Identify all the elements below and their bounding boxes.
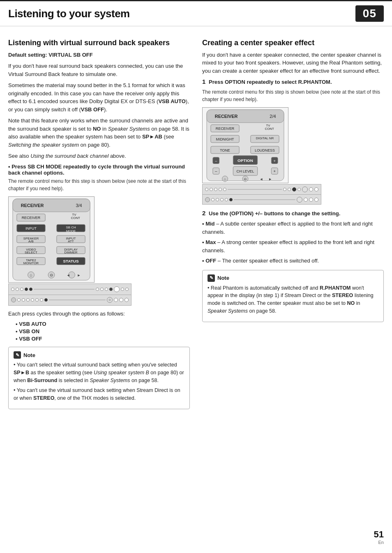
panel-circle	[22, 298, 25, 302]
para2: Sometimes the material may sound better …	[8, 81, 190, 113]
para4: See also Using the surround back channel…	[8, 152, 190, 160]
svg-text:►: ►	[268, 177, 272, 181]
panel-circle	[26, 298, 30, 302]
note-label-left: Note	[23, 352, 35, 358]
panel-bar-4	[202, 195, 321, 205]
note-icon-right: ✎	[208, 274, 215, 282]
panel-line	[49, 300, 106, 300]
panel-circle	[17, 298, 21, 302]
para1: If you don't have real surround back spe…	[8, 62, 190, 78]
panel-circle	[40, 298, 43, 302]
panel-knob	[107, 297, 113, 303]
panel-circle	[205, 188, 208, 191]
chapter-number: 05	[355, 5, 384, 22]
bullet2-title: Press SB CH MODE repeatedly to cycle thr…	[8, 164, 190, 176]
svg-text:+: +	[273, 169, 276, 173]
svg-text:MODE: MODE	[66, 229, 76, 233]
step2-number: 2	[202, 210, 205, 217]
right-column: Creating a center speaker effect If you …	[202, 39, 384, 414]
panel-circle	[283, 188, 286, 191]
panel-circle-large	[114, 286, 120, 292]
panel-circle-filled	[25, 288, 28, 291]
panel-circle	[225, 198, 228, 201]
svg-text:RECEIVER: RECEIVER	[216, 127, 235, 131]
svg-text:⌂: ⌂	[224, 177, 226, 181]
svg-text:◄: ◄	[260, 177, 263, 181]
panel-line	[34, 289, 95, 290]
panel-circle-filled	[229, 198, 233, 201]
svg-text:⊖: ⊖	[50, 273, 53, 277]
svg-text:CONT: CONT	[265, 127, 274, 131]
panel-circle	[20, 288, 23, 291]
default-setting: Default setting: VIRTUAL SB OFF	[8, 51, 190, 59]
svg-text:STATUS: STATUS	[63, 259, 78, 263]
panel-circle	[304, 198, 308, 202]
svg-text:–: –	[215, 169, 217, 173]
svg-text:◄: ◄	[67, 273, 70, 277]
svg-text:RECEIVER: RECEIVER	[215, 114, 238, 119]
panel-circle	[211, 198, 214, 201]
note-item-2: You can't use the virtual surround back …	[14, 387, 184, 402]
right-section-title: Creating a center speaker effect	[202, 39, 384, 48]
panel-circle	[216, 198, 219, 201]
panel-circle	[105, 288, 108, 291]
step2-text: Use the (OPTION) +/– buttons to change t…	[209, 210, 340, 217]
step1-sub: The remote control menu for this step is…	[202, 88, 384, 103]
svg-text:OPTION: OPTION	[238, 158, 253, 163]
svg-text:TV: TV	[266, 124, 270, 127]
panel-circle	[205, 197, 210, 202]
svg-text:CH LEVEL: CH LEVEL	[237, 169, 254, 173]
step-1: 1 Press OPTION repeatedly to select R.PH…	[202, 78, 384, 85]
note-icon-left: ✎	[14, 351, 21, 359]
panel-circle-filled	[292, 187, 296, 191]
main-content: Listening with virtual surround back spe…	[0, 26, 392, 422]
panel-circle	[309, 187, 313, 191]
note-bullets-right: Real Phantom is automatically switched o…	[208, 284, 378, 315]
remote-svg-1: RECEIVER 3/4 TV CONT RECEIVER INPUT SB C…	[8, 196, 95, 283]
svg-text:⌂: ⌂	[30, 273, 32, 277]
panel-circle	[96, 288, 99, 291]
panel-bar-2	[8, 295, 131, 306]
panel-circle-filled	[44, 298, 48, 302]
svg-text:–: –	[215, 159, 217, 163]
panel-bar-1	[8, 283, 131, 295]
svg-text:SELECT: SELECT	[25, 250, 37, 254]
panel-circle-filled	[29, 288, 32, 291]
svg-text:INPUT: INPUT	[25, 226, 37, 230]
svg-text:3/4: 3/4	[76, 203, 82, 207]
note-bullets-left: You can't select the virtual surround ba…	[14, 361, 184, 402]
svg-text:DIGITAL NR: DIGITAL NR	[256, 136, 274, 140]
remote-control-1: RECEIVER 3/4 TV CONT RECEIVER INPUT SB C…	[8, 196, 190, 306]
left-section-title: Listening with virtual surround back spe…	[8, 39, 190, 48]
remote-svg-2: RECEIVER 2/4 TV CONT RECEIVER MIDNIGHT D…	[202, 107, 288, 183]
remote-control-2: RECEIVER 2/4 TV CONT RECEIVER MIDNIGHT D…	[202, 107, 384, 205]
panel-knob	[297, 197, 302, 203]
svg-text:MONITOR: MONITOR	[23, 261, 39, 265]
svg-text:MIDNIGHT: MIDNIGHT	[216, 137, 235, 141]
panel-circle	[297, 188, 301, 191]
page-title: Listening to your system	[8, 7, 130, 20]
left-column: Listening with virtual surround back spe…	[8, 39, 190, 414]
step2-items: • Mid – A subtle center speaker effect i…	[202, 220, 384, 265]
panel-circle	[11, 297, 16, 302]
panel-circle	[314, 187, 318, 191]
note-box-right: ✎ Note Real Phantom is automatically swi…	[202, 270, 384, 322]
svg-text:LOUDNESS: LOUDNESS	[255, 148, 275, 152]
panel-circle	[214, 188, 217, 191]
svg-text:►: ►	[77, 273, 81, 277]
option-vsb-on: VSB ON	[16, 328, 190, 334]
options-list: VSB AUTO VSB ON VSB OFF	[16, 321, 190, 342]
default-setting-label: Default setting:	[8, 52, 47, 58]
panel-circle	[125, 298, 129, 302]
note-title-right: ✎ Note	[208, 274, 378, 282]
panel-circle	[219, 188, 222, 191]
panel-circle	[11, 288, 14, 291]
svg-text:ATT: ATT	[68, 240, 74, 243]
note-label-right: Note	[217, 275, 229, 281]
step1-text: Press OPTION repeatedly to select R.PHAN…	[209, 79, 332, 85]
panel-circle	[114, 298, 118, 302]
option-vsb-off: VSB OFF	[16, 336, 190, 342]
svg-text:TONE: TONE	[220, 148, 230, 152]
panel-circle	[119, 298, 123, 302]
page-number: 51	[374, 529, 384, 540]
